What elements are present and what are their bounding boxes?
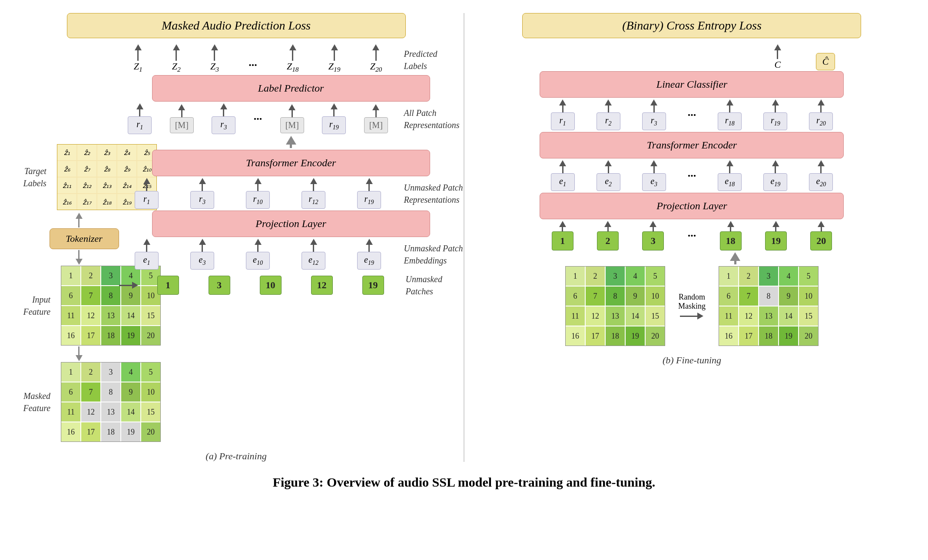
projection-layer-label: Projection Layer (255, 218, 326, 229)
cross-entropy-loss-label: (Binary) Cross Entropy Loss (622, 19, 762, 32)
target-labels-side: TargetLabels (23, 165, 46, 189)
figure-caption: Figure 3: Overview of audio SSL model pr… (17, 475, 911, 490)
main-diagram: Masked Audio Prediction Loss TargetLabel… (17, 13, 911, 462)
linear-classifier-box: Linear Classifier (540, 71, 844, 98)
cross-entropy-loss-box: (Binary) Cross Entropy Loss (522, 13, 861, 38)
unmasked-patch-rep-side: Unmasked PatchRepresentations (404, 181, 463, 206)
random-masking-label: RandomMasking (678, 293, 706, 311)
input-feature-label: InputFeature (23, 293, 51, 318)
label-predictor-box: Label Predictor (152, 75, 430, 102)
right-projection-label: Projection Layer (656, 200, 727, 211)
predicted-labels-side: PredictedLabels (404, 48, 437, 72)
masked-loss-box: Masked Audio Prediction Loss (67, 13, 406, 38)
masked-feature-grid: 1 2 3 4 5 6 7 8 9 10 11 12 13 14 (61, 362, 161, 442)
tokenizer-box: Tokenizer (50, 228, 119, 249)
finetuning-panel: (Binary) Cross Entropy Loss C Ĉ Linear C… (473, 13, 911, 366)
right-input-grid: 1 2 3 4 5 6 7 8 9 10 11 12 13 14 15 16 1… (565, 266, 665, 346)
c-label: C (774, 59, 781, 70)
pretraining-panel: Masked Audio Prediction Loss TargetLabel… (17, 13, 455, 462)
unmasked-embed-side: Unmasked PatchEmbeddings (404, 242, 463, 267)
chat-box: Ĉ (816, 53, 835, 70)
masked-loss-label: Masked Audio Prediction Loss (162, 19, 311, 32)
label-predictor-label: Label Predictor (258, 82, 324, 94)
transformer-encoder-box: Transformer Encoder (152, 150, 430, 176)
right-masked-grid: 1 2 3 4 5 6 7 8 9 10 11 12 13 14 15 16 1… (719, 266, 819, 346)
projection-layer-box: Projection Layer (152, 211, 430, 237)
right-transformer-encoder-box: Transformer Encoder (540, 132, 844, 158)
pretraining-caption: (a) Pre-training (205, 451, 266, 462)
right-transformer-label: Transformer Encoder (647, 139, 737, 151)
linear-classifier-label: Linear Classifier (656, 79, 727, 90)
right-projection-layer-box: Projection Layer (540, 193, 844, 219)
transformer-encoder-label: Transformer Encoder (246, 157, 336, 168)
panel-divider (464, 13, 464, 462)
all-patch-rep-side: All PatchRepresentations (404, 107, 460, 131)
finetuning-caption: (b) Fine-tuning (663, 355, 721, 366)
masked-feature-label: MaskedFeature (23, 390, 51, 414)
unmasked-patches-side: UnmaskedPatches (406, 273, 442, 297)
